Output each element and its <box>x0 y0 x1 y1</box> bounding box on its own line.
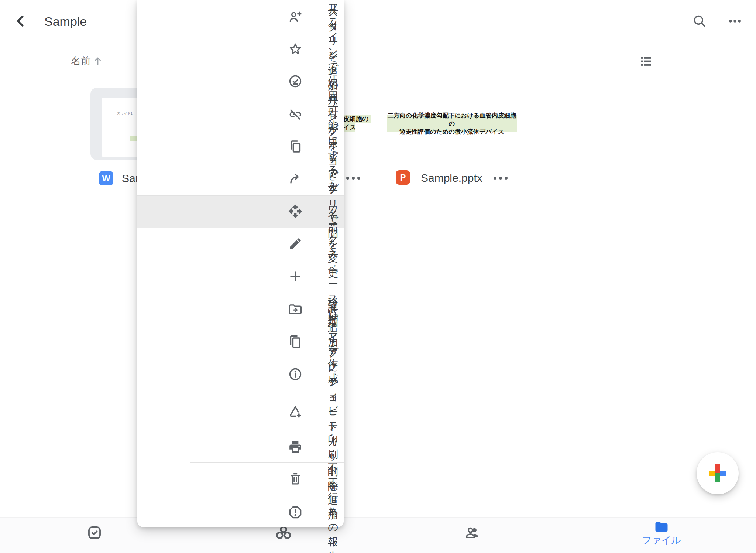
menu-item-open-with-app[interactable]: アプリで開く <box>137 195 344 228</box>
menu-item-delete[interactable]: 削除 <box>137 463 344 495</box>
tasks-check-icon <box>86 525 103 541</box>
list-view-icon <box>639 54 653 68</box>
thumbnail-slide-text: スライド1 <box>117 111 133 116</box>
bottom-nav-bar: ファイル <box>0 517 756 553</box>
people-icon <box>464 525 481 541</box>
offline-pin-icon <box>288 74 303 89</box>
powerpoint-file-badge[interactable]: P <box>396 170 410 185</box>
menu-divider <box>190 462 344 463</box>
menu-divider <box>137 228 344 228</box>
person-add-icon <box>288 10 303 24</box>
print-icon <box>288 440 303 454</box>
thumbnail-green-strip <box>130 136 137 141</box>
page-title: Sample <box>44 13 87 30</box>
menu-item-move[interactable]: 移動 <box>137 293 344 326</box>
open-with-icon <box>288 204 303 219</box>
arrow-up-icon <box>92 55 103 66</box>
nav-item-tasks[interactable] <box>58 518 131 553</box>
trash-icon <box>288 472 303 487</box>
menu-item-send-copy[interactable]: コピーを送信 <box>137 163 344 195</box>
menu-item-make-copy[interactable]: コピーを作成 <box>137 325 344 358</box>
search-button[interactable] <box>691 13 708 29</box>
menu-divider <box>137 195 344 196</box>
folder-move-icon <box>288 302 303 317</box>
menu-item-label: 印刷 <box>328 432 338 462</box>
menu-item-add-shortcut[interactable]: ドライブにショートカットを追加 <box>137 390 344 433</box>
menu-item-offline[interactable]: オフラインで使用可能にする <box>137 65 344 98</box>
sort-control[interactable]: 名前 <box>71 55 103 67</box>
file-name[interactable]: Sample.pptx <box>421 171 482 185</box>
menu-item-label: 不正行為の報告 <box>328 461 338 553</box>
nav-item-files[interactable]: ファイル <box>625 518 698 553</box>
drive-app: Sample 名前 スライド1 … 皮細胞の イス 二方向の化学濃度勾配下におけ… <box>0 0 756 553</box>
back-button[interactable] <box>13 13 29 29</box>
list-view-toggle[interactable] <box>639 54 653 68</box>
info-icon <box>288 367 303 382</box>
more-horiz-icon <box>727 13 743 29</box>
context-menu: 共有スターを追加オフラインで使用可能にするリンクの共有がオフですリンクをコピーコ… <box>137 0 344 527</box>
back-arrow-icon <box>14 14 28 28</box>
menu-item-add-star[interactable]: スターを追加 <box>137 33 344 65</box>
file-more-button[interactable] <box>346 176 360 180</box>
link-off-icon <box>288 107 303 122</box>
slide-title-fragment: 皮細胞の <box>343 115 371 123</box>
search-icon <box>692 13 707 29</box>
menu-item-details-activity[interactable]: 詳細とアクティビティ <box>137 358 344 390</box>
file-more-button[interactable] <box>494 176 508 180</box>
sort-label: 名前 <box>71 55 91 67</box>
menu-item-link-sharing-off[interactable]: リンクの共有がオフです <box>137 98 344 131</box>
nav-item-label: ファイル <box>642 535 681 545</box>
report-icon <box>288 505 303 520</box>
forward-arrow-icon <box>288 171 303 186</box>
menu-item-share[interactable]: 共有 <box>137 1 344 33</box>
file-card-thumbnail[interactable]: 二方向の化学濃度勾配下における血管内皮細胞の 遊走性評価のための微小流体デバイス <box>387 115 517 132</box>
menu-item-print[interactable]: 印刷 <box>137 431 344 463</box>
thumbnail-tiny-text: … <box>130 118 132 120</box>
slide-title-fragment: イス <box>343 123 355 132</box>
menu-item-copy-link[interactable]: リンクをコピー <box>137 130 344 163</box>
create-fab[interactable] <box>697 452 739 494</box>
nav-item-shared[interactable] <box>436 518 509 553</box>
file-copy-icon <box>288 334 303 349</box>
menu-item-report-abuse[interactable]: 不正行為の報告 <box>137 496 344 529</box>
slide-title-line: 二方向の化学濃度勾配下における血管内皮細胞の <box>387 111 517 127</box>
menu-item-rename[interactable]: 名前を変更 <box>137 228 344 260</box>
star-icon <box>288 42 303 57</box>
folder-icon <box>653 519 670 536</box>
copy-icon <box>288 139 303 154</box>
drive-shortcut-icon <box>288 404 303 419</box>
menu-divider <box>190 98 344 98</box>
slide-title-line: 遊走性評価のための微小流体デバイス <box>399 127 504 136</box>
overflow-menu-button[interactable] <box>727 13 743 29</box>
pencil-icon <box>288 236 303 251</box>
word-file-badge[interactable]: W <box>99 171 113 185</box>
plus-icon <box>288 269 303 284</box>
menu-item-add-to-workspace[interactable]: ワークスペースに追加 <box>137 260 344 293</box>
